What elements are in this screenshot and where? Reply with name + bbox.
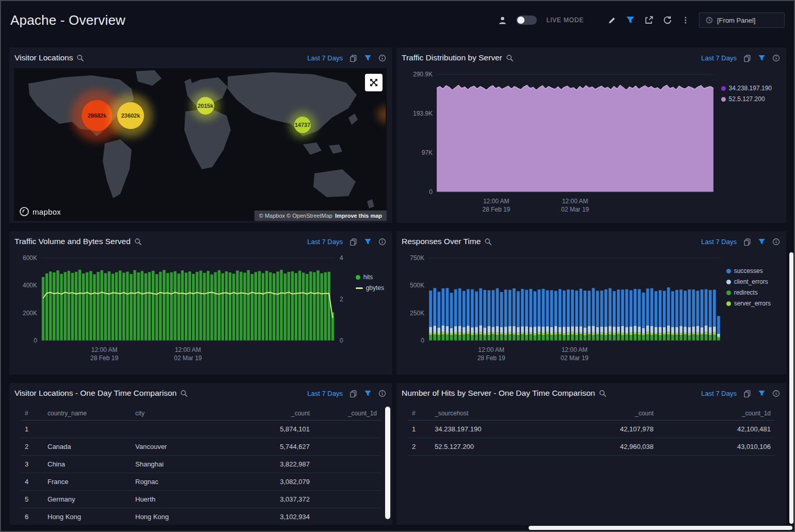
filter-icon[interactable] bbox=[364, 238, 372, 246]
mapbox-logo[interactable]: mapbox bbox=[19, 206, 61, 217]
info-icon[interactable] bbox=[772, 54, 780, 62]
copy-icon[interactable] bbox=[743, 54, 751, 62]
column-header[interactable]: # bbox=[408, 407, 431, 421]
toggle-knob bbox=[517, 17, 524, 24]
svg-text:28682k: 28682k bbox=[88, 112, 107, 119]
legend-item[interactable]: hits bbox=[356, 273, 373, 281]
panel-visitor-locations: Visitor Locations Last 7 Days bbox=[9, 47, 392, 223]
svg-text:0: 0 bbox=[429, 188, 433, 196]
legend-item[interactable]: 52.5.127.200 bbox=[721, 95, 765, 103]
filter-icon[interactable] bbox=[758, 238, 766, 246]
copy-icon[interactable] bbox=[349, 390, 357, 397]
column-header[interactable]: country_name bbox=[43, 407, 131, 421]
column-header[interactable]: # bbox=[21, 407, 43, 421]
svg-text:200K: 200K bbox=[23, 310, 37, 317]
legend-item[interactable]: server_errors bbox=[726, 300, 771, 307]
column-header[interactable]: _count_1d bbox=[314, 407, 381, 421]
time-range-link[interactable]: Last 7 Days bbox=[701, 238, 737, 246]
info-icon[interactable] bbox=[378, 54, 386, 62]
panel-header: Responses Over Time Last 7 Days bbox=[396, 231, 786, 252]
filter-icon[interactable] bbox=[364, 54, 372, 62]
page-vertical-scrollbar[interactable] bbox=[789, 252, 793, 524]
svg-text:02 Mar 19: 02 Mar 19 bbox=[561, 206, 589, 213]
legend-item[interactable]: gbytes bbox=[356, 284, 384, 292]
improve-map-link[interactable]: Improve this map bbox=[335, 213, 382, 219]
edit-icon[interactable] bbox=[608, 16, 616, 25]
table-row[interactable]: 6Hong KongHong Kong3,102,934 bbox=[21, 508, 381, 525]
copy-icon[interactable] bbox=[743, 390, 751, 397]
copy-icon[interactable] bbox=[743, 238, 751, 246]
time-range-selector[interactable]: [From Panel] bbox=[699, 12, 785, 28]
column-header[interactable]: _count_1d bbox=[658, 407, 775, 421]
magnifier-icon[interactable] bbox=[134, 238, 142, 246]
column-header[interactable]: _sourcehost bbox=[431, 407, 585, 421]
world-map-canvas: 28682k23602k2015k14737 bbox=[14, 68, 386, 221]
time-range-link[interactable]: Last 7 Days bbox=[701, 390, 737, 397]
expand-icon[interactable] bbox=[365, 74, 383, 91]
svg-text:12:00 AM: 12:00 AM bbox=[478, 346, 504, 353]
visitor-locations-table: #country_namecity_count_count_1d 15,874,… bbox=[21, 407, 381, 525]
copy-icon[interactable] bbox=[349, 238, 357, 246]
magnifier-icon[interactable] bbox=[506, 54, 514, 62]
time-range-value: [From Panel] bbox=[717, 17, 755, 24]
legend-item[interactable]: successes bbox=[726, 267, 763, 275]
table-scrollbar[interactable] bbox=[385, 407, 390, 519]
filter-icon[interactable] bbox=[626, 15, 635, 25]
legend-item[interactable]: client_errors bbox=[726, 278, 768, 285]
share-icon[interactable] bbox=[644, 15, 654, 25]
user-icon[interactable] bbox=[498, 16, 507, 25]
table-row[interactable]: 134.238.197.19042,107,97842,100,481 bbox=[408, 421, 775, 438]
svg-text:0: 0 bbox=[421, 337, 424, 344]
hits-by-server-table: #_sourcehost_count_count_1d 134.238.197.… bbox=[408, 407, 775, 456]
magnifier-icon[interactable] bbox=[76, 54, 84, 62]
filter-icon[interactable] bbox=[758, 390, 766, 397]
panel-title: Traffic Distribution by Server bbox=[402, 53, 502, 62]
svg-text:14737: 14737 bbox=[295, 122, 311, 128]
magnifier-icon[interactable] bbox=[599, 390, 607, 397]
live-mode-toggle[interactable] bbox=[516, 15, 537, 25]
copy-icon[interactable] bbox=[349, 54, 357, 62]
column-header[interactable]: _count bbox=[221, 407, 314, 421]
legend-item[interactable]: 34.238.197.190 bbox=[721, 85, 772, 92]
table-row[interactable]: 4FranceRognac3,082,079 bbox=[21, 473, 381, 491]
panel-title: Visitor Locations bbox=[14, 53, 73, 62]
info-icon[interactable] bbox=[378, 238, 386, 246]
panel-header: Visitor Locations - One Day Time Compari… bbox=[9, 383, 392, 404]
time-range-link[interactable]: Last 7 Days bbox=[307, 54, 343, 62]
svg-text:12:00 AM: 12:00 AM bbox=[175, 346, 201, 353]
top-bar: Apache - Overview LIVE MODE [From Panel] bbox=[1, 1, 794, 39]
svg-text:28 Feb 19: 28 Feb 19 bbox=[90, 354, 118, 362]
traffic-volume-chart: 0200K400K600K02412:00 AM28 Feb 1912:00 A… bbox=[12, 253, 387, 367]
world-map[interactable]: 28682k23602k2015k14737 mapbox © Mapbox ©… bbox=[14, 68, 387, 221]
panel-header: Number of Hits by Server - One Day Time … bbox=[396, 383, 786, 404]
svg-text:193.9K: 193.9K bbox=[413, 110, 433, 117]
magnifier-icon[interactable] bbox=[484, 238, 492, 246]
column-header[interactable]: city bbox=[131, 407, 221, 421]
info-icon[interactable] bbox=[378, 390, 386, 397]
table-row[interactable]: 3ChinaShanghai3,822,987 bbox=[21, 456, 381, 473]
mapbox-logo-text: mapbox bbox=[33, 207, 61, 216]
filter-icon[interactable] bbox=[758, 54, 766, 62]
page-horizontal-scrollbar[interactable] bbox=[529, 526, 792, 530]
info-icon[interactable] bbox=[772, 238, 780, 246]
table-header-row: #_sourcehost_count_count_1d bbox=[408, 407, 775, 421]
table-row[interactable]: 15,874,101 bbox=[21, 421, 381, 438]
more-icon[interactable] bbox=[681, 16, 690, 24]
legend-item[interactable]: redirects bbox=[726, 289, 758, 296]
table-row[interactable]: 252.5.127.20042,960,03843,010,106 bbox=[408, 438, 775, 456]
magnifier-icon[interactable] bbox=[180, 390, 188, 397]
panel-visitor-table: Visitor Locations - One Day Time Compari… bbox=[9, 383, 392, 525]
time-range-link[interactable]: Last 7 Days bbox=[701, 54, 737, 62]
time-range-link[interactable]: Last 7 Days bbox=[307, 238, 343, 246]
refresh-icon[interactable] bbox=[663, 15, 672, 25]
svg-text:12:00 AM: 12:00 AM bbox=[91, 346, 118, 353]
table-row[interactable]: 2CanadaVancouver5,744,627 bbox=[21, 438, 381, 456]
info-icon[interactable] bbox=[772, 390, 780, 397]
mapbox-icon bbox=[19, 206, 29, 217]
svg-text:2015k: 2015k bbox=[198, 103, 214, 109]
time-range-link[interactable]: Last 7 Days bbox=[307, 390, 343, 397]
table-row[interactable]: 5GermanyHuerth3,037,372 bbox=[21, 491, 381, 508]
column-header[interactable]: _count bbox=[585, 407, 658, 421]
chart-legend: 34.238.197.19052.5.127.200 bbox=[721, 85, 772, 103]
filter-icon[interactable] bbox=[364, 390, 372, 397]
